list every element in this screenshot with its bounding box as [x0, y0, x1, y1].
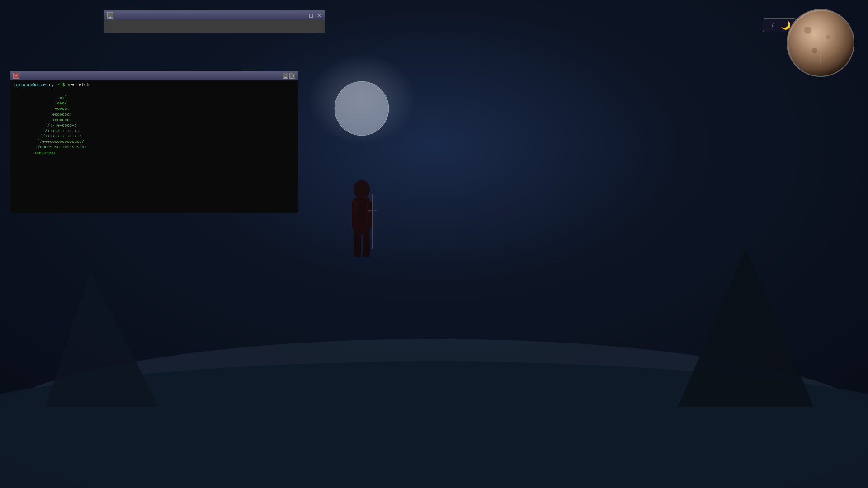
svg-rect-14 [372, 194, 373, 249]
gimp-menu-windows[interactable] [155, 21, 160, 23]
moon-widget [787, 9, 854, 77]
weather-icon: 🌙 [781, 20, 791, 30]
weather-separator: / [771, 22, 774, 29]
gimp-menu-layer[interactable] [133, 21, 139, 23]
gimp-menu-tools[interactable] [144, 21, 150, 23]
term-command: neofetch [67, 82, 89, 87]
gimp-menu-view[interactable] [123, 21, 128, 23]
gimp-main-window: _ □ ✕ [104, 10, 326, 33]
neofetch-art: .o+` `ooo/ `+oooo: `+oooooo: -+oooooo+: … [13, 89, 89, 155]
terminal-content[interactable]: [grogan@nicetry ~]$ neofetch .o+` `ooo/ … [10, 80, 298, 211]
svg-rect-11 [366, 201, 372, 228]
gimp-menu-bar [104, 20, 325, 23]
svg-rect-10 [352, 201, 357, 228]
gimp-menu-file[interactable] [106, 21, 112, 23]
terminal-titlebar: ✕ _ □ [10, 71, 298, 80]
svg-rect-13 [363, 234, 370, 257]
term-username-1: grogan@nicetry [16, 82, 54, 87]
svg-rect-15 [368, 210, 377, 211]
gimp-menu-image[interactable] [128, 21, 133, 23]
term-prompt-2: ~]$ [54, 82, 67, 87]
svg-point-19 [812, 48, 817, 53]
terminal-max-btn[interactable]: □ [289, 73, 295, 79]
svg-rect-12 [354, 234, 361, 257]
svg-point-17 [804, 27, 811, 34]
svg-point-2 [335, 81, 389, 136]
gimp-menu-select[interactable] [117, 21, 123, 23]
gimp-menu-help[interactable] [160, 21, 166, 23]
terminal-min-btn[interactable]: _ [283, 73, 288, 79]
terminal-close-btn[interactable]: ✕ [13, 73, 19, 79]
gimp-close-btn[interactable]: ✕ [316, 12, 322, 19]
terminal-window[interactable]: ✕ _ □ [grogan@nicetry ~]$ neofetch .o+` … [10, 71, 298, 213]
svg-point-18 [826, 35, 830, 39]
gimp-menu-colors[interactable] [139, 21, 144, 23]
gimp-minimize-btn[interactable]: _ [107, 12, 113, 19]
gimp-titlebar: _ □ ✕ [104, 11, 325, 20]
svg-point-8 [354, 180, 370, 200]
gimp-maximize-btn[interactable]: □ [308, 12, 314, 19]
gimp-menu-edit[interactable] [112, 21, 117, 23]
gimp-menu-filters[interactable] [150, 21, 155, 23]
